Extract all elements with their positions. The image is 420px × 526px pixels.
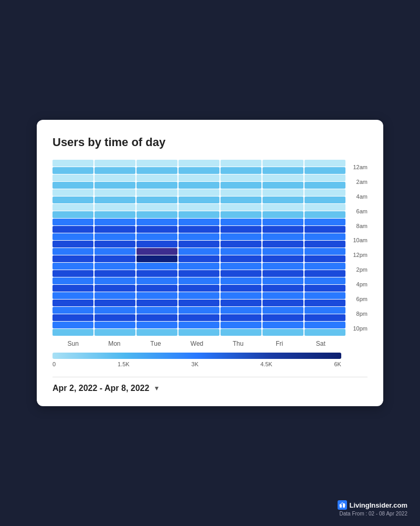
heatmap-cell — [262, 167, 303, 174]
time-label: 10pm — [350, 321, 368, 336]
date-range[interactable]: Apr 2, 2022 - Apr 8, 2022 ▼ — [52, 384, 368, 393]
heatmap-cell — [262, 160, 303, 167]
heatmap-cell — [304, 204, 345, 211]
heatmap-cell — [304, 197, 345, 203]
heatmap-cell — [304, 182, 345, 189]
heatmap-cell — [52, 277, 93, 284]
grid-row — [52, 248, 345, 255]
grid-row — [52, 233, 345, 240]
heatmap-cell — [178, 182, 219, 189]
heatmap-cell — [178, 292, 219, 299]
heatmap-cell — [304, 300, 345, 306]
heatmap-cell — [220, 300, 261, 306]
heatmap-cell — [262, 307, 303, 314]
dropdown-arrow-icon[interactable]: ▼ — [153, 385, 160, 392]
heatmap-cell — [178, 219, 219, 225]
time-label: 8pm — [350, 306, 368, 321]
heatmap-cell — [52, 314, 93, 321]
heatmap-cell — [136, 270, 177, 277]
heatmap-cell — [94, 270, 135, 277]
heatmap-cell — [136, 314, 177, 321]
chart-card: Users by time of day 12am2am4am6am8am10a… — [37, 120, 383, 406]
heatmap-cell — [136, 292, 177, 299]
legend-labels: 01.5K3K4.5K6K — [52, 361, 341, 367]
heatmap-cell — [94, 300, 135, 306]
heatmap-cell — [136, 241, 177, 247]
grid-row — [52, 285, 345, 292]
heatmap-cell — [52, 241, 93, 247]
heatmap-cell — [262, 270, 303, 277]
time-label: 2pm — [350, 262, 368, 277]
grid-row — [52, 300, 345, 306]
heatmap-cell — [178, 241, 219, 247]
heatmap-cell — [220, 197, 261, 203]
heatmap-cell — [94, 263, 135, 270]
heatmap-cell — [178, 307, 219, 314]
heatmap-cell — [304, 160, 345, 167]
grid-row — [52, 307, 345, 314]
footer-source: Data From : 02 - 08 Apr 2022 — [339, 511, 407, 517]
heatmap-cell — [178, 270, 219, 277]
heatmap-cell — [178, 204, 219, 211]
heatmap-cell — [94, 241, 135, 247]
heatmap-cell — [94, 182, 135, 189]
heatmap-cell — [304, 255, 345, 262]
heatmap-cell — [136, 167, 177, 174]
heatmap-cell — [262, 197, 303, 203]
day-labels: SunMonTueWedThuFriSat — [52, 340, 368, 347]
heatmap-cell — [94, 197, 135, 203]
heatmap-cell — [304, 219, 345, 225]
heatmap-cell — [304, 314, 345, 321]
legend-label: 3K — [192, 361, 198, 367]
heatmap-cell — [52, 204, 93, 211]
grid-row — [52, 211, 345, 218]
heatmap-cell — [178, 322, 219, 328]
heatmap-cell — [304, 248, 345, 255]
day-label: Tue — [135, 340, 176, 347]
heatmap-cell — [94, 226, 135, 233]
heatmap-cell — [304, 263, 345, 270]
heatmap-cell — [52, 255, 93, 262]
heatmap-cell — [94, 174, 135, 181]
heatmap-cell — [220, 263, 261, 270]
day-label: Sun — [52, 340, 94, 347]
heatmap-cell — [178, 314, 219, 321]
heatmap-cell — [94, 285, 135, 292]
heatmap-cell — [304, 174, 345, 181]
grid-row — [52, 204, 345, 211]
grid-row — [52, 322, 345, 328]
heatmap-cell — [304, 241, 345, 247]
heatmap-cell — [52, 285, 93, 292]
legend-bar — [52, 353, 341, 359]
heatmap-cell — [304, 270, 345, 277]
heatmap-cell — [220, 233, 261, 240]
heatmap-cell — [262, 233, 303, 240]
heatmap-cell — [262, 314, 303, 321]
time-label: 4pm — [350, 277, 368, 292]
grid-row — [52, 167, 345, 174]
heatmap-cell — [136, 233, 177, 240]
heatmap-cell — [52, 233, 93, 240]
heatmap-cell — [220, 307, 261, 314]
heatmap-cell — [136, 255, 177, 262]
heatmap-cell — [262, 219, 303, 225]
heatmap-cell — [262, 255, 303, 262]
heatmap-cell — [178, 285, 219, 292]
legend-label: 0 — [52, 361, 56, 367]
grid-row — [52, 292, 345, 299]
heatmap-cell — [262, 300, 303, 306]
heatmap-cell — [94, 211, 135, 218]
heatmap-cell — [220, 277, 261, 284]
heatmap-cell — [304, 233, 345, 240]
heatmap-cell — [304, 322, 345, 328]
grid-row — [52, 270, 345, 277]
heatmap-cell — [304, 211, 345, 218]
heatmap-cell — [262, 204, 303, 211]
heatmap-cell — [136, 285, 177, 292]
legend-label: 6K — [334, 361, 341, 367]
heatmap-cell — [94, 189, 135, 196]
heatmap-cell — [178, 255, 219, 262]
heatmap-cell — [178, 248, 219, 255]
legend-label: 1.5K — [118, 361, 130, 367]
heatmap-cell — [304, 292, 345, 299]
